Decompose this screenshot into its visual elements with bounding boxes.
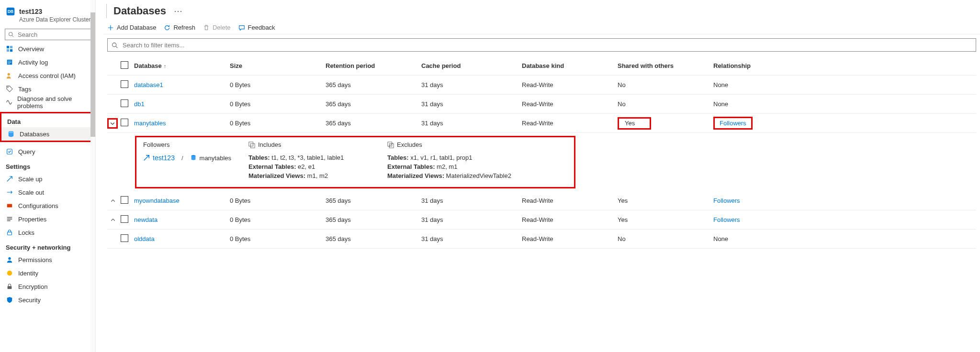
database-name-link[interactable]: olddata — [134, 235, 155, 242]
sidebar-item-activity-log[interactable]: Activity log — [0, 55, 95, 69]
database-name-link[interactable]: myowndatabase — [134, 197, 180, 204]
row-checkbox[interactable] — [121, 80, 128, 88]
cmd-label: Add Database — [117, 24, 156, 31]
detail-breadcrumb: test123/manytables — [143, 154, 248, 162]
select-all-checkbox[interactable] — [121, 61, 128, 69]
row-checkbox[interactable] — [121, 99, 128, 107]
row-checkbox[interactable] — [121, 196, 128, 204]
sidebar: DB test123 Azure Data Explorer Cluster O… — [0, 0, 96, 352]
sidebar-item-label: Diagnose and solve problems — [17, 95, 90, 110]
relationship-link[interactable]: Followers — [713, 216, 740, 223]
detail-cluster-link[interactable]: test123 — [153, 154, 175, 162]
sidebar-item-label: Query — [18, 148, 35, 155]
chevron-up-icon[interactable] — [107, 195, 119, 207]
row-checkbox[interactable] — [121, 234, 128, 242]
svg-rect-7 — [10, 49, 12, 52]
chevron-up-icon[interactable] — [107, 214, 119, 226]
table-row: db10 Bytes365 days31 daysRead-WriteNoNon… — [107, 95, 976, 114]
cluster-icon — [143, 154, 150, 161]
cmd-label: Refresh — [173, 24, 195, 31]
relationship-boxed: Followers — [713, 117, 753, 130]
more-icon[interactable]: ⋯ — [170, 6, 182, 16]
sidebar-item-encryption[interactable]: Encryption — [0, 280, 95, 293]
row-checkbox[interactable] — [121, 119, 128, 126]
cluster-header: DB test123 — [0, 5, 95, 17]
row-checkbox[interactable] — [121, 215, 128, 223]
feedback-button[interactable]: Feedback — [238, 24, 275, 31]
sidebar-item-label: Tags — [18, 86, 31, 93]
sidebar-item-permissions[interactable]: Permissions — [0, 253, 95, 266]
relationship-link[interactable]: Followers — [713, 197, 740, 204]
cell-relationship: None — [713, 81, 809, 88]
cell-retention: 365 days — [326, 120, 421, 127]
svg-point-13 — [7, 87, 8, 88]
encryption-icon — [6, 283, 13, 290]
scale-out-icon — [6, 188, 13, 196]
detail-includes-header: Includes — [248, 141, 387, 148]
col-shared[interactable]: Shared with others — [618, 62, 713, 69]
svg-rect-17 — [7, 204, 12, 208]
cell-retention: 365 days — [326, 100, 421, 108]
database-name-link[interactable]: database1 — [134, 81, 163, 88]
filter-search-input[interactable] — [122, 41, 972, 49]
cell-retention: 365 days — [326, 216, 421, 223]
sidebar-item-query[interactable]: Query — [0, 145, 95, 158]
filter-search[interactable] — [107, 38, 976, 52]
cell-size: 0 Bytes — [230, 216, 326, 223]
table-row: database10 Bytes365 days31 daysRead-Writ… — [107, 76, 976, 95]
excludes-icon — [387, 142, 394, 148]
cell-size: 0 Bytes — [230, 81, 326, 88]
sidebar-search-input[interactable] — [17, 31, 96, 39]
sidebar-item-properties[interactable]: Properties — [0, 212, 95, 226]
sidebar-item-label: Identity — [18, 270, 38, 277]
add-database-button[interactable]: Add Database — [107, 24, 156, 31]
database-name-link[interactable]: manytables — [134, 120, 166, 127]
tag-icon — [6, 85, 13, 93]
sidebar-item-tags[interactable]: Tags — [0, 82, 95, 96]
sidebar-item-configurations[interactable]: Configurations — [0, 199, 95, 212]
cell-kind: Read-Write — [522, 235, 618, 242]
sidebar-item-databases[interactable]: Databases — [1, 127, 92, 141]
cluster-kind: Azure Data Explorer Cluster — [0, 16, 95, 23]
col-size[interactable]: Size — [230, 62, 326, 69]
svg-rect-4 — [7, 46, 9, 48]
col-cache[interactable]: Cache period — [421, 62, 522, 69]
sidebar-scrollbar[interactable] — [90, 0, 95, 352]
sidebar-item-scale-out[interactable]: Scale out — [0, 186, 95, 199]
sidebar-item-diagnose[interactable]: Diagnose and solve problems — [0, 96, 95, 109]
cell-relationship: None — [713, 100, 809, 108]
database-name-link[interactable]: newdata — [134, 216, 158, 223]
relationship-link[interactable]: Followers — [720, 120, 746, 127]
cluster-icon: DB — [6, 7, 15, 16]
database-name-link[interactable]: db1 — [134, 100, 145, 108]
svg-rect-20 — [7, 220, 11, 221]
svg-point-22 — [8, 257, 11, 260]
chevron-down-icon[interactable] — [107, 118, 118, 129]
sidebar-item-scale-up[interactable]: Scale up — [0, 172, 95, 186]
excludes-mat-views: Materialized Views: MaterializedViewTabl… — [387, 172, 536, 179]
cell-kind: Read-Write — [522, 197, 618, 204]
refresh-button[interactable]: Refresh — [164, 24, 195, 31]
cell-cache: 31 days — [421, 81, 522, 88]
feedback-icon — [238, 24, 245, 31]
sidebar-scrollbar-thumb[interactable] — [90, 12, 95, 137]
cell-shared: No — [618, 235, 713, 242]
sidebar-item-label: Encryption — [18, 283, 47, 290]
col-retention[interactable]: Retention period — [326, 62, 421, 69]
svg-rect-5 — [10, 46, 12, 48]
sidebar-item-access-control[interactable]: Access control (IAM) — [0, 69, 95, 82]
sidebar-item-locks[interactable]: Locks — [0, 226, 95, 239]
includes-mat-views: Materialized Views: m1, m2 — [248, 172, 387, 179]
sidebar-section-data: Data Databases — [0, 112, 94, 142]
col-database[interactable]: Database↑ — [134, 62, 230, 69]
sidebar-item-security[interactable]: Security — [0, 293, 95, 307]
sidebar-item-overview[interactable]: Overview — [0, 42, 95, 55]
sidebar-item-identity[interactable]: Identity — [0, 266, 95, 280]
delete-button[interactable]: Delete — [203, 24, 231, 31]
col-relationship[interactable]: Relationship — [713, 62, 809, 69]
svg-rect-10 — [8, 62, 11, 63]
cell-kind: Read-Write — [522, 120, 618, 127]
sidebar-item-label: Configurations — [18, 202, 58, 209]
sidebar-search[interactable] — [5, 29, 96, 40]
col-kind[interactable]: Database kind — [522, 62, 618, 69]
